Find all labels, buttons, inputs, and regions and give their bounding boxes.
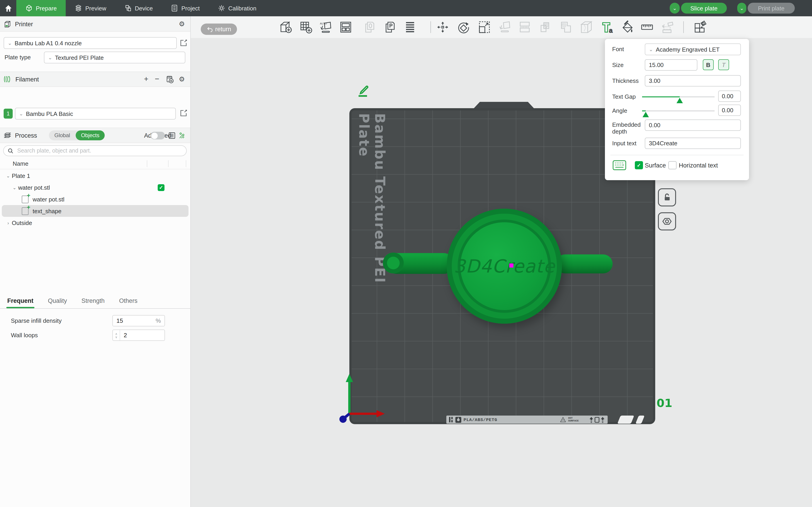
tab-quality[interactable]: Quality [41, 297, 74, 308]
remove-filament-button[interactable]: − [155, 75, 159, 84]
size-label: Size [612, 62, 624, 68]
caret-right-icon[interactable]: › [5, 220, 11, 225]
printer-section-title: Printer [15, 20, 33, 27]
mesh-cut-icon[interactable] [579, 20, 593, 34]
tab-strength[interactable]: Strength [74, 297, 112, 308]
stepper-up-icon[interactable]: ∧ [115, 332, 117, 335]
arrange-icon[interactable] [339, 20, 353, 34]
stepper-arrows[interactable]: ∧∨ [113, 330, 120, 340]
angle-value[interactable] [718, 105, 741, 116]
plate-number-label[interactable]: 01 [657, 397, 672, 410]
model-spout-opening[interactable] [383, 252, 404, 273]
tab-calibration[interactable]: Calibration [209, 0, 265, 16]
boolean-subtract-icon[interactable] [559, 20, 573, 34]
tree-row-outside[interactable]: › Outside [0, 217, 190, 229]
print-options-dropdown[interactable]: ⌄ [737, 3, 746, 13]
tab-device[interactable]: Device [115, 0, 162, 16]
return-button[interactable]: return [201, 23, 237, 35]
color-paint-icon[interactable] [621, 20, 635, 34]
embedded-depth-input[interactable] [645, 119, 741, 131]
caret-down-icon[interactable]: ⌄ [5, 173, 11, 178]
tree-item-label: Outside [12, 219, 32, 226]
search-input[interactable] [16, 147, 182, 154]
process-scope-switch: Global Objects [49, 130, 105, 140]
chevron-down-icon: ⌄ [649, 46, 653, 52]
move-tool-icon[interactable] [436, 20, 450, 34]
tree-row-plate-1[interactable]: ⌄ Plate 1 [0, 170, 190, 181]
horizontal-text-checkbox[interactable] [668, 161, 676, 169]
input-text-field[interactable] [645, 137, 741, 149]
assembly-plugin-icon[interactable] [693, 20, 707, 34]
param-search-green-icon[interactable] [178, 132, 186, 139]
text-gap-slider-thumb[interactable] [676, 98, 683, 103]
model-handle[interactable] [556, 255, 613, 273]
add-filament-button[interactable]: + [144, 75, 148, 84]
panel-divider [610, 155, 744, 155]
add-plate-icon[interactable] [299, 20, 313, 34]
plate-badge-icon [455, 417, 461, 422]
font-select[interactable]: ⌄ Academy Engraved LET [645, 44, 741, 55]
chevron-down-icon: ⌄ [740, 5, 744, 11]
scope-global-button[interactable]: Global [49, 130, 75, 140]
slice-plate-button[interactable]: Slice plate [681, 3, 727, 13]
edit-text-pencil-icon[interactable] [356, 83, 371, 98]
caret-down-icon[interactable]: ⌄ [12, 185, 17, 190]
add-model-icon[interactable] [279, 20, 293, 34]
plate-type-select[interactable]: ⌄ Textured PEI Plate [44, 52, 185, 63]
tab-frequent[interactable]: Frequent [0, 297, 41, 308]
lock-plate-button[interactable] [658, 188, 676, 207]
print-plate-button[interactable]: Print plate [748, 3, 795, 13]
part-icon [22, 195, 29, 203]
object-search-box[interactable] [3, 145, 187, 156]
paste-icon[interactable] [383, 20, 397, 34]
thickness-input[interactable] [645, 75, 741, 87]
wall-loops-input[interactable] [120, 332, 151, 339]
tree-row-text-shape[interactable]: text_shape [2, 205, 189, 217]
split-objects-icon[interactable] [403, 20, 417, 34]
surface-checkbox[interactable]: ✓ [635, 161, 643, 169]
slice-options-dropdown[interactable]: ⌄ [670, 3, 680, 13]
advanced-toggle[interactable] [150, 132, 165, 139]
bold-button[interactable]: B [703, 59, 714, 70]
filament-preset-select[interactable]: ⌄ Bambu PLA Basic [15, 108, 176, 119]
edit-filament-icon[interactable] [180, 109, 188, 117]
printer-preset-select[interactable]: ⌄ Bambu Lab A1 0.4 nozzle [4, 37, 177, 49]
measure-tool-icon[interactable] [640, 20, 654, 34]
ams-sync-icon[interactable] [166, 75, 174, 83]
italic-button[interactable]: T [718, 59, 729, 70]
angle-slider-thumb[interactable] [643, 112, 649, 117]
sparse-infill-label: Sparse infill density [11, 317, 62, 324]
tab-preview[interactable]: Preview [66, 0, 115, 16]
auto-orient-icon[interactable]: AUTO [319, 20, 333, 34]
edit-printer-icon[interactable] [180, 39, 188, 47]
plate-settings-button[interactable] [658, 212, 676, 230]
sparse-infill-input[interactable] [113, 317, 148, 324]
object-visible-checkbox[interactable]: ✓ [158, 184, 164, 191]
tab-others[interactable]: Others [112, 297, 145, 308]
tab-prepare[interactable]: Prepare [16, 0, 66, 16]
split-tool-icon[interactable] [518, 20, 531, 34]
angle-slider[interactable] [642, 110, 715, 111]
printer-settings-gear-icon[interactable]: ⚙ [179, 20, 185, 28]
scale-tool-icon[interactable] [477, 20, 491, 34]
tab-project[interactable]: Project [162, 0, 209, 16]
model-lid[interactable]: 3D4Create [458, 220, 551, 313]
keyboard-icon[interactable] [613, 160, 626, 170]
column-divider [147, 160, 147, 167]
param-list-icon[interactable] [168, 132, 176, 139]
home-button[interactable] [0, 0, 16, 16]
calibration-icon [218, 5, 225, 12]
seam-paint-icon[interactable] [660, 20, 674, 34]
rotate-tool-icon[interactable] [457, 20, 470, 34]
lay-on-face-icon[interactable] [498, 20, 512, 34]
filament-settings-gear-icon[interactable]: ⚙ [179, 75, 185, 83]
text-tool-icon-active[interactable]: a [601, 20, 615, 34]
scope-objects-button[interactable]: Objects [75, 130, 105, 140]
text-gap-value[interactable] [718, 91, 741, 102]
stepper-down-icon[interactable]: ∨ [115, 335, 117, 338]
embossed-model-text[interactable]: 3D4Create [454, 256, 555, 277]
boolean-union-icon[interactable] [538, 20, 552, 34]
copy-icon[interactable] [363, 20, 376, 34]
font-label: Font [612, 46, 624, 53]
size-input[interactable] [645, 59, 697, 71]
